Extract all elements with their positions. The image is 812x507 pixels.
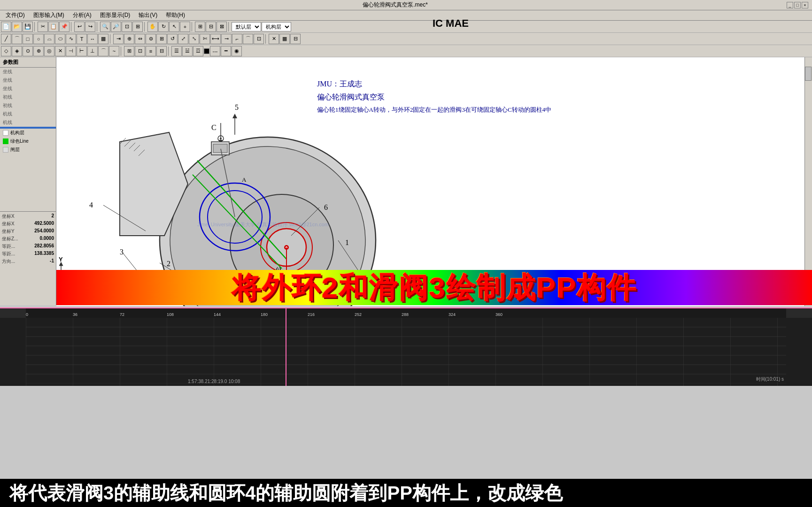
snap-ins-button[interactable]: ⊢ — [77, 46, 87, 56]
otrack-button[interactable]: ⊞ — [124, 46, 134, 56]
svg-text:6: 6 — [324, 203, 328, 211]
layer-item-0[interactable]: 坐线 — [0, 68, 56, 76]
menu-file[interactable]: 文件(D) — [2, 10, 29, 20]
rotate2-button[interactable]: ↺ — [167, 34, 178, 44]
layer-item-2[interactable]: 坐线 — [0, 84, 56, 93]
pick-button[interactable]: + — [180, 22, 190, 32]
new-button[interactable]: 📄 — [1, 22, 11, 32]
prop-value-1: 492.5000 — [34, 221, 54, 227]
render-btn[interactable]: ◉ — [232, 46, 242, 56]
delete-button[interactable]: ✕ — [269, 34, 279, 44]
line-button[interactable]: ╱ — [1, 34, 11, 44]
vertical-scrollbar[interactable] — [804, 57, 812, 306]
copy2-button[interactable]: ⊕ — [124, 34, 134, 44]
menu-help[interactable]: 帮助(H) — [162, 10, 189, 20]
explode-button[interactable]: ⊡ — [254, 34, 264, 44]
layer-item-1[interactable]: 坐线 — [0, 76, 56, 84]
dim-button[interactable]: ↔ — [87, 34, 98, 44]
snap-end-button[interactable]: ◇ — [1, 46, 11, 56]
menu-analysis[interactable]: 分析(A) — [69, 10, 95, 20]
break-button[interactable]: ⊸ — [221, 34, 232, 44]
snap-quad-button[interactable]: ◎ — [44, 46, 54, 56]
zoom-fit-button[interactable]: ⊡ — [122, 22, 132, 32]
svg-text:Y: Y — [59, 256, 63, 263]
ellipse-button[interactable]: ⬭ — [55, 34, 65, 44]
snap-perp-button[interactable]: ⊥ — [87, 46, 98, 56]
svg-text:A: A — [242, 176, 247, 183]
array-button[interactable]: ⊞ — [156, 34, 167, 44]
redo-button[interactable]: ↪ — [85, 22, 95, 32]
window-controls[interactable]: _ □ × — [787, 2, 808, 8]
move-button[interactable]: ⇥ — [113, 34, 124, 44]
undo-button[interactable]: ↩ — [74, 22, 85, 32]
lwt-button[interactable]: ≡ — [146, 46, 156, 56]
svg-text:偏心轮滑阀式真空泵: 偏心轮滑阀式真空泵 — [317, 93, 385, 101]
snap-button[interactable]: ⊟ — [206, 22, 216, 32]
menu-output[interactable]: 输出(V) — [135, 10, 161, 20]
snap-node-button[interactable]: ⊕ — [33, 46, 44, 56]
snap-int-button[interactable]: ✕ — [55, 46, 65, 56]
circle-button[interactable]: ○ — [33, 34, 44, 44]
pan-button[interactable]: ✋ — [147, 22, 158, 32]
ltype-btn[interactable]: --- — [210, 46, 220, 56]
extend-button[interactable]: ⟷ — [210, 34, 221, 44]
lweight-btn[interactable]: ━ — [221, 46, 231, 56]
layer3-btn[interactable]: ☲ — [193, 46, 203, 56]
minimize-button[interactable]: _ — [787, 2, 793, 8]
layer-btn[interactable]: ☰ — [171, 46, 182, 56]
chamfer-button[interactable]: ⌐ — [232, 34, 242, 44]
grid-button[interactable]: ⊞ — [195, 22, 205, 32]
color-btn[interactable] — [204, 48, 209, 54]
trim-button[interactable]: ✄ — [200, 34, 210, 44]
zoom-in-button[interactable]: 🔍 — [100, 22, 110, 32]
close-button[interactable]: × — [802, 2, 808, 8]
layer-item-gate[interactable]: 闸层 — [0, 146, 56, 154]
layer-item-mech[interactable]: 机构层 — [0, 129, 56, 137]
layer-item-3[interactable]: 初线 — [0, 93, 56, 101]
scroll-thumb[interactable] — [805, 67, 812, 81]
model-button[interactable]: ⊟ — [156, 46, 167, 56]
layer-item-5[interactable]: 机线 — [0, 110, 56, 118]
select-button[interactable]: ↖ — [169, 22, 179, 32]
mirror-button[interactable]: ⇔ — [135, 34, 145, 44]
text-button[interactable]: T — [77, 34, 87, 44]
copy-button[interactable]: 📋 — [48, 22, 59, 32]
hatch-button[interactable]: ▦ — [98, 34, 108, 44]
zoom-window-button[interactable]: ⊞ — [132, 22, 143, 32]
scale-button[interactable]: ⤢ — [178, 34, 188, 44]
snap-ext-button[interactable]: ⊣ — [66, 46, 76, 56]
layer-select-default[interactable]: 默认层 — [232, 22, 261, 31]
menu-input[interactable]: 图形输入(M) — [30, 10, 68, 20]
properties-panel: 坐标X 2 坐标X 492.5000 坐标Y 254.0000 坐标Z... 0… — [0, 211, 56, 305]
timeline-tracks — [0, 318, 812, 386]
zoom-out-button[interactable]: 🔎 — [111, 22, 121, 32]
fillet-button[interactable]: ⌒ — [243, 34, 253, 44]
snap-near-button[interactable]: ~ — [109, 46, 119, 56]
snap-center-button[interactable]: ⊙ — [23, 46, 33, 56]
rect-button[interactable]: □ — [23, 34, 33, 44]
open-button[interactable]: 📂 — [12, 22, 22, 32]
spline-button[interactable]: ∿ — [66, 34, 76, 44]
layer-item-4[interactable]: 初线 — [0, 101, 56, 110]
snap-mid-button[interactable]: ◈ — [12, 46, 22, 56]
paste-button[interactable]: 📌 — [59, 22, 70, 32]
stretch-button[interactable]: ⤡ — [189, 34, 199, 44]
layer-item-green[interactable]: 绿色Line — [0, 137, 56, 146]
ortho-button[interactable]: ⊠ — [217, 22, 227, 32]
toolbar-1: 📄 📂 💾 ✂ 📋 📌 ↩ ↪ 🔍 🔎 ⊡ ⊞ ✋ ↻ ↖ + ⊞ ⊟ ⊠ 默认… — [0, 21, 812, 33]
dyn-button[interactable]: ⊡ — [135, 46, 145, 56]
polyline-button[interactable]: ⌒ — [12, 34, 22, 44]
offset-button[interactable]: ⊜ — [146, 34, 156, 44]
props-button[interactable]: ⊟ — [290, 34, 301, 44]
rotate-button[interactable]: ↻ — [158, 22, 169, 32]
layer-select-mech[interactable]: 机构层 — [262, 22, 291, 31]
select2-button[interactable]: ▦ — [279, 34, 290, 44]
save-button[interactable]: 💾 — [23, 22, 33, 32]
cut-button[interactable]: ✂ — [38, 22, 48, 32]
menu-display[interactable]: 图形显示(D) — [96, 10, 134, 20]
snap-tan-button[interactable]: ⌒ — [98, 46, 108, 56]
arc-button[interactable]: ⌓ — [44, 34, 54, 44]
layer2-btn[interactable]: ☱ — [182, 46, 193, 56]
layer-item-6[interactable]: 机线 — [0, 118, 56, 127]
maximize-button[interactable]: □ — [794, 2, 801, 8]
